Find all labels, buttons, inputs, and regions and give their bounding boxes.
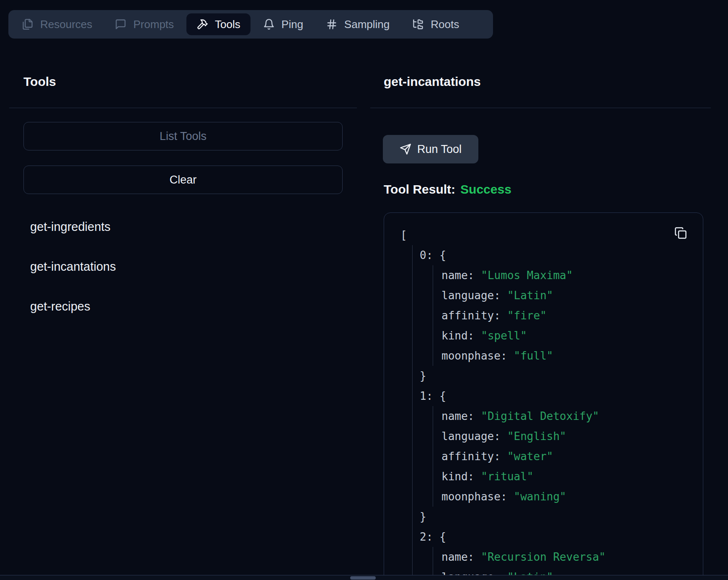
tab-roots[interactable]: Roots: [402, 13, 469, 35]
message-square-icon: [115, 18, 126, 30]
json-item-1-branch: name:"Digital Detoxify" language:"Englis…: [433, 406, 669, 507]
top-nav: Resources Prompts Tools Ping Sampling Ro…: [8, 10, 493, 39]
hammer-icon: [196, 18, 208, 30]
json-field: language:"Latin": [441, 285, 669, 306]
json-field: name:"Lumos Maxima": [441, 265, 669, 285]
tab-label-tools: Tools: [215, 18, 240, 31]
clear-button[interactable]: Clear: [23, 166, 343, 194]
tab-label-prompts: Prompts: [133, 18, 174, 31]
tab-label-resources: Resources: [40, 18, 92, 31]
json-item-2-header[interactable]: 2:{: [420, 527, 669, 547]
folder-tree-icon: [412, 18, 424, 30]
copy-icon: [674, 227, 687, 239]
json-field: moonphase:"waning": [441, 487, 669, 507]
tool-list: get-ingredients get-incantations get-rec…: [30, 218, 116, 316]
mcp-inspector-app: Resources Prompts Tools Ping Sampling Ro…: [0, 0, 728, 580]
json-field: affinity:"fire": [441, 306, 669, 326]
json-field: name:"Digital Detoxify": [441, 406, 669, 426]
tab-prompts[interactable]: Prompts: [105, 13, 184, 35]
right-panel-title: get-incantations: [384, 75, 481, 89]
run-tool-label: Run Tool: [417, 143, 462, 156]
json-field: language:"English": [441, 426, 669, 446]
left-panel-divider: [9, 108, 357, 108]
json-field: name:"Recursion Reversa": [441, 547, 669, 567]
send-icon: [400, 143, 411, 155]
horizontal-scrollbar-thumb[interactable]: [350, 576, 376, 580]
tab-sampling[interactable]: Sampling: [316, 13, 400, 35]
tool-result-label: Tool Result:: [384, 182, 455, 196]
tab-label-ping: Ping: [281, 18, 303, 31]
run-tool-button[interactable]: Run Tool: [383, 135, 478, 163]
list-tools-button[interactable]: List Tools: [23, 122, 343, 150]
tool-result-panel: [ 0:{ name:"Lumos Maxima" language:"Lati…: [384, 212, 703, 580]
json-item-0-branch: name:"Lumos Maxima" language:"Latin" aff…: [433, 265, 669, 366]
json-field: kind:"ritual": [441, 466, 669, 487]
json-item-1-header[interactable]: 1:{: [420, 386, 669, 406]
hash-icon: [326, 18, 338, 30]
json-item-1-close: }: [420, 507, 669, 527]
right-panel-divider: [370, 108, 711, 108]
tab-label-roots: Roots: [431, 18, 459, 31]
json-field: kind:"spell": [441, 326, 669, 346]
bell-icon: [263, 18, 275, 30]
json-item-0-close: }: [420, 366, 669, 386]
tab-resources[interactable]: Resources: [12, 13, 102, 35]
json-array-branch: 0:{ name:"Lumos Maxima" language:"Latin"…: [412, 245, 669, 580]
tab-label-sampling: Sampling: [344, 18, 390, 31]
json-field: moonphase:"full": [441, 346, 669, 366]
horizontal-scrollbar[interactable]: [0, 575, 728, 580]
left-panel-title: Tools: [23, 75, 56, 89]
json-item-0-header[interactable]: 0:{: [420, 245, 669, 265]
tool-item-get-recipes[interactable]: get-recipes: [30, 297, 116, 316]
files-icon: [22, 18, 34, 30]
tab-ping[interactable]: Ping: [253, 13, 313, 35]
tool-item-get-ingredients[interactable]: get-ingredients: [30, 218, 116, 236]
json-field: affinity:"water": [441, 446, 669, 466]
tool-item-get-incantations[interactable]: get-incantations: [30, 257, 116, 276]
json-open-bracket: [: [400, 225, 669, 245]
copy-button[interactable]: [674, 226, 688, 241]
json-tree: [ 0:{ name:"Lumos Maxima" language:"Lati…: [400, 225, 669, 580]
tool-result-status: Success: [460, 182, 511, 196]
tool-result-line: Tool Result:Success: [384, 182, 511, 197]
tab-tools[interactable]: Tools: [186, 13, 250, 35]
